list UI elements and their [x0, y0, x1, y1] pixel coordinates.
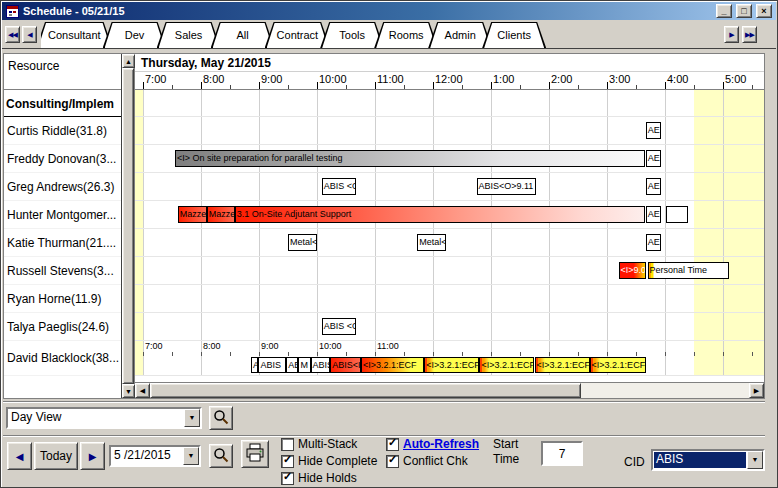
tab-scroll-right-button[interactable]: ▶	[724, 26, 739, 43]
scroll-right-icon[interactable]: ▶	[749, 383, 764, 398]
chevron-down-icon[interactable]: ▼	[183, 447, 199, 465]
scroll-left-icon[interactable]: ◀	[135, 383, 150, 398]
today-button[interactable]: Today	[34, 442, 78, 470]
vertical-scrollbar[interactable]: ▲ ▼	[122, 54, 135, 398]
view-select[interactable]: Day View ▼	[6, 407, 202, 429]
tab-scroll-first-button[interactable]: ◀◀	[5, 26, 20, 43]
scroll-up-icon[interactable]: ▲	[122, 54, 135, 68]
cid-select[interactable]: ABIS ▼	[651, 449, 765, 471]
date-picker[interactable]: 5 /21/2015 ▼	[109, 445, 201, 467]
event[interactable]: AE	[646, 178, 661, 195]
horizontal-scrollbar[interactable]: ◀ ▶	[135, 382, 764, 398]
event[interactable]	[666, 206, 688, 223]
resource-row[interactable]: Curtis Riddle(31.8)	[4, 117, 121, 145]
resource-row[interactable]: Freddy Donovan(3...	[4, 145, 121, 173]
resource-row[interactable]: Hunter Montgomer...	[4, 201, 121, 229]
event[interactable]: AE	[646, 150, 661, 167]
resource-row[interactable]: Ryan Horne(11.9)	[4, 285, 121, 313]
resource-row[interactable]: David Blacklock(38...	[4, 341, 121, 376]
grid-group-row[interactable]	[135, 90, 764, 117]
horizontal-scrollbar-thumb[interactable]	[150, 383, 581, 398]
start-time-label: Start Time	[493, 437, 533, 467]
zoom-date-button[interactable]	[209, 444, 233, 468]
event[interactable]: ABIS<O>9.11	[477, 178, 536, 195]
grid-row[interactable]: AE	[135, 117, 764, 145]
chevron-down-icon[interactable]: ▼	[184, 409, 200, 427]
event[interactable]: ABIS	[311, 357, 331, 373]
grid-row[interactable]: 7:008:009:0010:0011:00AABISAEMABISABIS<I…	[135, 341, 764, 376]
event[interactable]: AE	[286, 357, 298, 373]
event[interactable]: <I>9.0	[619, 262, 647, 279]
event[interactable]: A	[251, 357, 259, 373]
resource-row[interactable]: Talya Paeglis(24.6)	[4, 313, 121, 341]
event[interactable]: ABIS <O:	[322, 318, 356, 335]
resource-row[interactable]: Greg Andrews(26.3)	[4, 173, 121, 201]
event[interactable]: Mazzell	[178, 206, 207, 223]
tab-clients[interactable]: Clients	[482, 22, 546, 48]
title-bar[interactable]: Schedule - 05/21/15 _ □ ×	[2, 2, 776, 20]
checkbox-box[interactable]: ✓	[386, 455, 399, 468]
checkbox-box[interactable]: ✓	[386, 438, 399, 451]
resource-group-header[interactable]: Consulting/Implem	[4, 90, 121, 117]
minimize-button[interactable]: _	[716, 4, 732, 18]
checkbox-box[interactable]: ✓	[281, 472, 294, 485]
tab-scroll-left-button[interactable]: ◀	[22, 26, 37, 43]
event[interactable]: Metal<	[417, 234, 445, 251]
event[interactable]: ABIS	[258, 357, 286, 373]
resource-row[interactable]: Russell Stevens(3...	[4, 257, 121, 285]
vertical-scrollbar-thumb[interactable]	[122, 68, 134, 384]
grid-row[interactable]: <I> On site preparation for parallel tes…	[135, 145, 764, 173]
tab-label: Sales	[175, 29, 203, 41]
event[interactable]: ABIS<I	[330, 357, 361, 373]
event[interactable]: <I>3.2.1:ECF	[590, 357, 646, 373]
grid-row[interactable]: ABIS <O:ABIS<O>9.11AE	[135, 173, 764, 201]
event[interactable]: AE	[646, 206, 661, 223]
hour-gridlines	[135, 117, 764, 144]
checkbox-hide-complete[interactable]: ✓Hide Complete	[281, 454, 377, 468]
checkbox-hide-holds[interactable]: ✓Hide Holds	[281, 471, 377, 485]
maximize-button[interactable]: □	[736, 4, 752, 18]
scroll-down-icon[interactable]: ▼	[122, 384, 135, 398]
tab-scroll-last-button[interactable]: ▶▶	[742, 26, 757, 43]
checkbox-auto-refresh[interactable]: ✓Auto-Refresh	[386, 437, 479, 451]
time-label: 9:00	[261, 73, 282, 85]
event[interactable]: <I>3.2.1:ECF	[424, 357, 479, 373]
event[interactable]: ABIS <O:	[322, 178, 356, 195]
event[interactable]: AE	[646, 122, 661, 139]
event[interactable]: <I>3.2.1:ECF	[361, 357, 424, 373]
checkbox-multi-stack[interactable]: Multi-Stack	[281, 437, 377, 451]
resource-row[interactable]: Katie Thurman(21....	[4, 229, 121, 257]
mini-time-label: 8:00	[203, 341, 221, 351]
cid-label: CID	[624, 455, 645, 469]
mini-time-label: 9:00	[261, 341, 279, 351]
next-day-button[interactable]: ▶	[80, 442, 105, 470]
close-button[interactable]: ×	[756, 4, 772, 18]
time-label: 4:00	[667, 73, 688, 85]
event[interactable]: <I>3.2.1:ECF	[479, 357, 534, 373]
chevron-down-icon[interactable]: ▼	[747, 451, 763, 469]
grid-row[interactable]: <I>9.0Personal Time	[135, 257, 764, 285]
grid-row[interactable]: MazzellMazze3.1 On-Site Adjutant Support…	[135, 201, 764, 229]
horizontal-scrollbar-track[interactable]	[150, 383, 749, 398]
event[interactable]: <I>3.2.1:ECF	[535, 357, 590, 373]
event[interactable]: <I> On site preparation for parallel tes…	[175, 150, 645, 167]
start-time-input[interactable]	[541, 441, 583, 466]
grid-row[interactable]: ABIS <O:	[135, 313, 764, 341]
event[interactable]: Personal Time	[648, 262, 729, 279]
checkbox-box[interactable]: ✓	[281, 455, 294, 468]
grid-row[interactable]: Metal<Metal<AE	[135, 229, 764, 257]
event[interactable]: Metal<	[288, 234, 317, 251]
event[interactable]: M	[298, 357, 310, 373]
print-button[interactable]	[241, 440, 269, 468]
checkbox-box[interactable]	[281, 438, 294, 451]
prev-day-button[interactable]: ◀	[7, 442, 32, 470]
check-icon: ✓	[283, 453, 292, 466]
hour-gridlines	[135, 229, 764, 256]
grid-row[interactable]	[135, 285, 764, 313]
checkbox-conflict-chk[interactable]: ✓Conflict Chk	[386, 454, 479, 468]
event[interactable]: Mazze	[207, 206, 235, 223]
zoom-view-button[interactable]	[209, 406, 233, 430]
event[interactable]: AE	[646, 234, 661, 251]
checkbox-label[interactable]: Auto-Refresh	[403, 437, 479, 451]
event[interactable]: 3.1 On-Site Adjutant Support	[235, 206, 645, 223]
